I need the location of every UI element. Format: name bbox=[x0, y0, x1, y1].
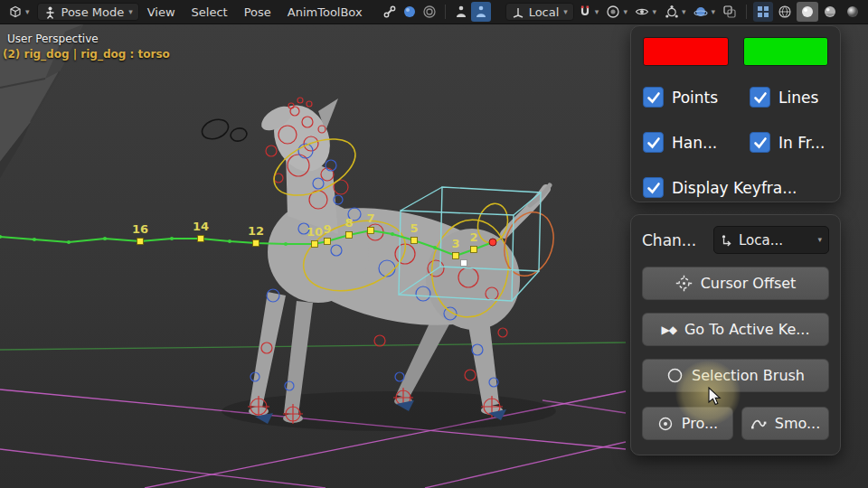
motion-path-point[interactable] bbox=[228, 239, 231, 243]
wireframe-sphere-icon bbox=[778, 5, 792, 19]
motion-path-point[interactable] bbox=[433, 246, 437, 249]
motion-path-point[interactable] bbox=[67, 240, 71, 244]
color-swatch-green[interactable] bbox=[743, 37, 829, 66]
keyframe-number[interactable]: 12 bbox=[248, 224, 264, 238]
button-label: Smo... bbox=[775, 415, 821, 432]
keyframe-square[interactable] bbox=[453, 253, 459, 259]
keyframe-square[interactable] bbox=[368, 228, 374, 234]
current-frame-dot[interactable] bbox=[489, 239, 496, 246]
motion-path-point[interactable] bbox=[103, 237, 107, 240]
go-to-active-keyframe-button[interactable]: ▶◆ Go To Active Ke... bbox=[642, 313, 829, 346]
checkbox-label: Display Keyfra... bbox=[672, 179, 797, 197]
onion-skin-button[interactable] bbox=[420, 2, 439, 22]
keyframe-number[interactable]: 7 bbox=[366, 211, 374, 225]
keyframe-number[interactable]: 3 bbox=[451, 237, 459, 250]
person-blue-icon bbox=[474, 5, 488, 19]
menu-animtoolbox[interactable]: AnimToolBox bbox=[279, 3, 371, 22]
checkbox-box[interactable] bbox=[643, 87, 664, 108]
chevron-down-icon: ▾ bbox=[817, 236, 822, 244]
chevron-down-icon: ▾ bbox=[711, 8, 715, 16]
motion-path-point[interactable] bbox=[391, 232, 394, 236]
keyframe-number[interactable]: 9 bbox=[323, 222, 331, 236]
separator bbox=[445, 5, 446, 19]
motion-path-point[interactable] bbox=[33, 238, 36, 241]
bone-tool-button[interactable] bbox=[380, 2, 400, 22]
overlays-button[interactable]: ▾ bbox=[690, 3, 719, 21]
keyframe-number[interactable]: 14 bbox=[193, 220, 209, 233]
cursor-offset-button[interactable]: Cursor Offset bbox=[642, 267, 829, 300]
menu-pose[interactable]: Pose bbox=[236, 3, 279, 22]
orientation-label: Local bbox=[529, 5, 560, 19]
checkbox-handles[interactable]: Han... bbox=[643, 132, 750, 153]
checkbox-points[interactable]: Points bbox=[643, 87, 750, 108]
keyframe-number[interactable]: 10 bbox=[307, 225, 323, 239]
keyframe-square[interactable] bbox=[471, 247, 477, 253]
channel-dropdown[interactable]: Loca... ▾ bbox=[713, 226, 829, 254]
keyframe-square[interactable] bbox=[198, 236, 204, 242]
checkbox-box[interactable] bbox=[643, 177, 664, 198]
checkbox-in-front[interactable]: In Fr... bbox=[750, 132, 828, 153]
color-swatch-red[interactable] bbox=[643, 37, 729, 66]
channel-value: Loca... bbox=[739, 232, 812, 249]
sphere-icon bbox=[402, 5, 417, 19]
keyframe-square[interactable] bbox=[253, 240, 259, 247]
motion-path-point[interactable] bbox=[170, 237, 174, 240]
paste-pose-button[interactable] bbox=[471, 2, 491, 22]
checkbox-label: Points bbox=[672, 89, 718, 107]
proportional-edit-button[interactable]: ▾ bbox=[602, 3, 631, 21]
channel-label: Chan... bbox=[642, 231, 696, 249]
proportional-circle-icon bbox=[606, 5, 620, 19]
check-icon bbox=[646, 89, 662, 106]
visibility-button[interactable]: ▾ bbox=[631, 3, 660, 21]
shading-wireframe-button[interactable] bbox=[774, 2, 796, 22]
dog-shadow bbox=[222, 391, 556, 431]
xray-button[interactable] bbox=[720, 2, 740, 22]
orientation-dropdown[interactable]: Local ▾ bbox=[505, 3, 574, 21]
checkbox-box[interactable] bbox=[750, 87, 770, 108]
keyframe-square[interactable] bbox=[411, 238, 418, 244]
snap-button[interactable]: ▾ bbox=[574, 3, 603, 21]
shading-rendered-button[interactable] bbox=[842, 2, 863, 22]
play-diamond-icon: ▶◆ bbox=[661, 324, 675, 336]
copy-pose-button[interactable] bbox=[451, 2, 471, 22]
editor-type-icon bbox=[8, 5, 23, 19]
menu-select[interactable]: Select bbox=[184, 3, 236, 22]
keyframe-square[interactable] bbox=[346, 232, 353, 239]
active-keyframe-marker[interactable] bbox=[461, 260, 467, 267]
eye-icon bbox=[635, 5, 649, 19]
keyframe-number[interactable]: 8 bbox=[344, 216, 353, 230]
chevron-down-icon: ▾ bbox=[682, 8, 686, 16]
multiview-button[interactable] bbox=[753, 2, 773, 22]
keyframe-square[interactable] bbox=[137, 239, 144, 245]
blue-ball-tool-button[interactable] bbox=[400, 2, 420, 22]
keyframe-number[interactable]: 2 bbox=[469, 230, 477, 244]
mode-dropdown[interactable]: Pose Mode ▾ bbox=[37, 3, 139, 21]
checkbox-box[interactable] bbox=[750, 132, 770, 153]
channel-icon bbox=[721, 234, 733, 247]
material-sphere-icon bbox=[823, 5, 837, 19]
viewport-header: ▾ Pose Mode ▾ View Select Pose AnimToolB… bbox=[0, 0, 868, 24]
shading-solid-button[interactable] bbox=[797, 2, 818, 22]
viewport-3d[interactable]: 16141210987532 User Perspective (2) rig_… bbox=[0, 24, 868, 488]
blender-window: ▾ Pose Mode ▾ View Select Pose AnimToolB… bbox=[0, 0, 868, 488]
button-label: Go To Active Ke... bbox=[684, 321, 810, 338]
keyframe-square[interactable] bbox=[312, 241, 318, 248]
checkbox-lines[interactable]: Lines bbox=[750, 87, 828, 108]
context-breadcrumb: (2) rig_dog | rig_dog : torso bbox=[3, 48, 170, 61]
bone-icon bbox=[382, 5, 397, 19]
gizmo-button[interactable]: ▾ bbox=[661, 3, 690, 21]
menu-view[interactable]: View bbox=[139, 3, 184, 22]
checkbox-display-keyframes[interactable]: Display Keyfra... bbox=[643, 177, 828, 198]
motion-path-point[interactable] bbox=[284, 242, 288, 246]
checkbox-box[interactable] bbox=[643, 132, 664, 153]
smooth-button[interactable]: Smo... bbox=[741, 407, 829, 440]
keyframe-number[interactable]: 16 bbox=[132, 222, 148, 236]
pose-mode-icon bbox=[43, 5, 57, 19]
shading-material-button[interactable] bbox=[819, 2, 841, 22]
checkbox-label: Lines bbox=[778, 89, 818, 107]
check-icon bbox=[646, 180, 662, 196]
editor-type-button[interactable]: ▾ bbox=[5, 3, 33, 21]
gizmo-icon bbox=[665, 5, 679, 19]
keyframe-number[interactable]: 5 bbox=[410, 221, 418, 235]
keyframe-square[interactable] bbox=[325, 239, 331, 245]
